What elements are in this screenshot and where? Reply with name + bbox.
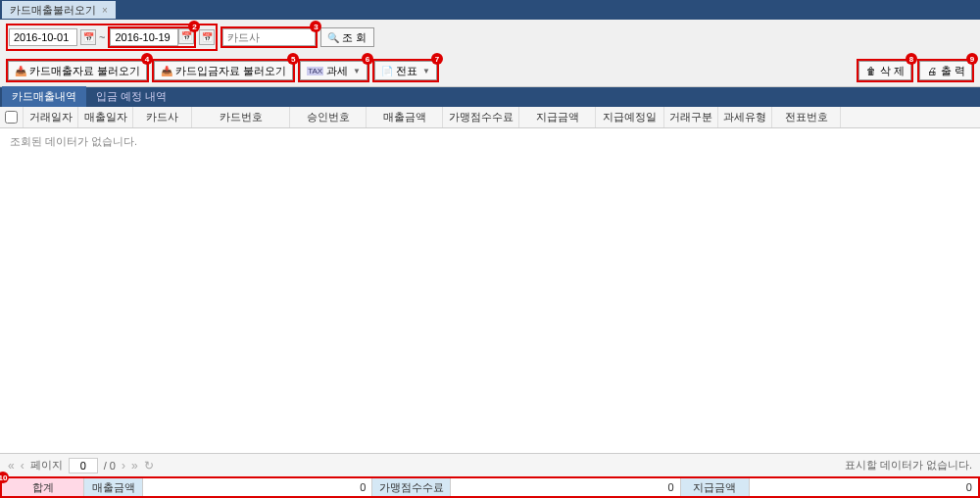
grid-container: 거래일자 매출일자 카드사 카드번호 승인번호 매출금액 가맹점수수료 지급금액… [0,107,980,453]
last-page-button[interactable]: » [131,459,138,473]
grid-body: 조회된 데이터가 없습니다. [0,128,980,453]
page-label: 페이지 [30,458,63,473]
import-sales-label: 카드매출자료 불러오기 [29,64,140,78]
search-icon [327,31,339,43]
close-icon[interactable]: × [102,5,108,16]
first-page-button[interactable]: « [8,459,15,473]
tax-label: 과세 [326,64,348,78]
pagination: « ‹ 페이지 / 0 › » ↻ 표시할 데이터가 없습니다. [0,453,980,476]
trash-icon [865,65,877,76]
col-checkbox[interactable] [0,107,24,127]
tax-button[interactable]: TAX 과세 ▼ [300,61,368,80]
print-label: 출 력 [941,64,965,78]
summary-sales-label: 매출금액 [84,478,143,496]
chevron-down-icon: ▼ [422,67,430,75]
empty-message: 조회된 데이터가 없습니다. [10,135,137,147]
tab-title: 카드매출불러오기 [10,3,96,18]
calendar-icon[interactable]: 📅 [80,29,96,45]
calendar-range-icon[interactable]: 📅 [199,29,215,45]
date-from-input[interactable] [9,28,77,46]
col-card-company[interactable]: 카드사 [133,107,192,127]
window-tab[interactable]: 카드매출불러오기 × [2,1,116,19]
summary-row: 10 합계 매출금액 0 가맹점수수료 0 지급금액 0 [0,476,980,498]
col-trade-date[interactable]: 거래일자 [24,107,78,127]
import-deposit-button[interactable]: 카드입금자료 불러오기 [154,61,293,80]
summary-fee-value: 0 [451,478,680,496]
refresh-button[interactable]: ↻ [144,459,154,473]
col-auth-no[interactable]: 승인번호 [290,107,367,127]
tab-deposit-schedule[interactable]: 입금 예정 내역 [86,86,176,107]
page-status: 표시할 데이터가 없습니다. [845,458,972,473]
marker-4: 4 [141,53,153,65]
col-merchant-fee[interactable]: 가맹점수수료 [443,107,519,127]
import-sales-button[interactable]: 카드매출자료 불러오기 [8,61,147,80]
marker-6: 6 [362,53,373,65]
toolbar-area: 📅 ~ 📅 2 📅 3 조 회 [0,20,980,87]
chevron-down-icon: ▼ [353,67,361,75]
delete-button[interactable]: 삭 제 [858,61,911,80]
search-label: 조 회 [342,30,367,45]
delete-label: 삭 제 [880,64,905,78]
tax-icon: TAX [307,67,323,75]
summary-pay-value: 0 [750,478,978,496]
import-deposit-label: 카드입금자료 불러오기 [175,64,286,78]
col-pay-amount[interactable]: 지급금액 [519,107,596,127]
window-tab-bar: 카드매출불러오기 × [0,0,980,20]
page-input[interactable] [69,458,98,473]
summary-pay-label: 지급금액 [681,478,750,496]
import-icon [15,65,26,76]
next-page-button[interactable]: › [122,459,125,473]
prev-page-button[interactable]: ‹ [21,459,24,473]
print-button[interactable]: 출 력 [919,61,972,80]
col-pay-schedule[interactable]: 지급예정일 [596,107,664,127]
tab-card-sales[interactable]: 카드매출내역 [2,86,86,107]
search-button[interactable]: 조 회 [320,27,373,47]
select-all-checkbox[interactable] [5,111,18,124]
col-sales-amount[interactable]: 매출금액 [367,107,443,127]
slip-label: 전표 [396,64,417,78]
card-company-input[interactable] [222,28,316,46]
col-trans-type[interactable]: 거래구분 [664,107,718,127]
document-icon [381,65,393,76]
page-total: / 0 [104,460,116,472]
summary-total-label: 합계 [2,478,84,496]
col-sales-date[interactable]: 매출일자 [78,107,133,127]
grid-header: 거래일자 매출일자 카드사 카드번호 승인번호 매출금액 가맹점수수료 지급금액… [0,107,980,128]
col-slip-no[interactable]: 전표번호 [772,107,841,127]
col-tax-type[interactable]: 과세유형 [718,107,772,127]
summary-fee-label: 가맹점수수료 [372,478,451,496]
slip-button[interactable]: 전표 ▼ [374,61,437,80]
date-separator: ~ [99,31,105,43]
marker-7: 7 [431,53,443,65]
date-to-input[interactable] [110,28,178,46]
import-icon [161,65,172,76]
sub-tabs: 카드매출내역 입금 예정 내역 [0,87,980,107]
date-range-group: 📅 ~ 📅 2 📅 [6,24,218,51]
print-icon [926,65,938,76]
marker-9: 9 [966,53,978,65]
summary-sales-value: 0 [143,478,372,496]
marker-8: 8 [906,53,917,65]
col-card-no[interactable]: 카드번호 [192,107,290,127]
